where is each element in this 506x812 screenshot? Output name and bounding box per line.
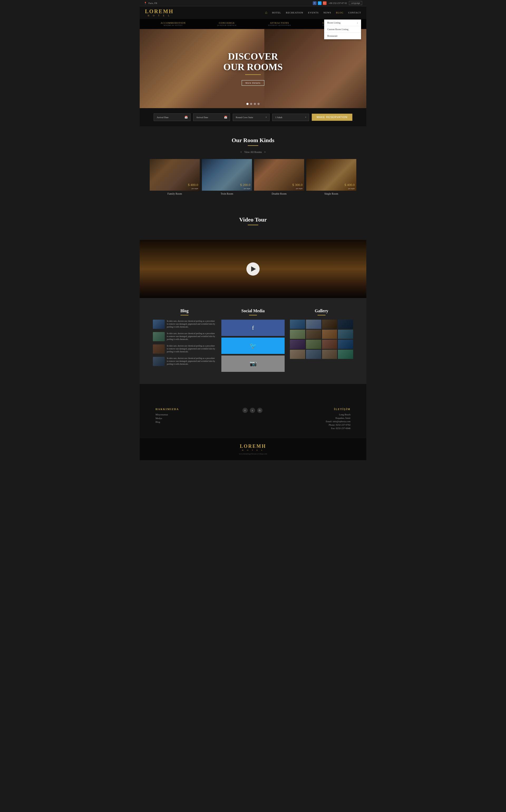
gallery-item-4[interactable] xyxy=(338,320,353,329)
footer-contact-title: İLETİŞİM xyxy=(326,408,350,411)
footer-about: HAKKIMIZDA Misyonumuz Medya Blog xyxy=(156,408,179,424)
rooms-grid: $ 400.0 per night Family Room $ 200.0 pe… xyxy=(145,159,361,195)
gallery-item-7[interactable] xyxy=(322,329,337,339)
footer-center: f t G xyxy=(242,408,262,416)
gallery-item-8[interactable] xyxy=(338,329,353,339)
subnav-accommodation[interactable]: ACCOMMODOTION ROOMS & SUITES xyxy=(161,22,186,26)
footer-logo-name: LOREMH xyxy=(145,444,361,449)
blog-item-2[interactable]: In skin care, doctors use chemical peeli… xyxy=(153,332,216,341)
guests-select[interactable]: 1 Adult ▾ xyxy=(272,114,309,121)
footer-contact-line-1: Long Beach xyxy=(326,413,350,416)
nav-home-icon[interactable]: ⌂ xyxy=(265,11,267,15)
nav-contact[interactable]: CONTACT xyxy=(348,11,361,14)
rooms-section: Our Room Kinds ‹ View All Rooms › $ 400.… xyxy=(140,126,366,206)
gallery-item-1[interactable] xyxy=(290,320,305,329)
footer-googleplus-icon[interactable]: G xyxy=(257,408,262,413)
gallery-item-13[interactable] xyxy=(290,350,305,359)
view-all-rooms-nav: ‹ View All Rooms › xyxy=(145,150,361,154)
gallery-item-10[interactable] xyxy=(306,340,321,349)
top-bar-right: f t G+ +90 232-237-07 02 Language xyxy=(313,1,362,5)
footer-twitter-icon[interactable]: t xyxy=(250,408,255,413)
gallery-item-9[interactable] xyxy=(290,340,305,349)
departure-date-input[interactable]: Arrival Date 📅 xyxy=(193,114,230,121)
dropdown-room-listing[interactable]: Room Listing › xyxy=(324,19,361,26)
rooms-next-button[interactable]: › xyxy=(264,150,265,154)
hero-dot-3[interactable] xyxy=(254,103,256,105)
googleplus-top-icon[interactable]: G+ xyxy=(323,1,327,5)
hero-dot-1[interactable] xyxy=(246,103,249,105)
video-play-button[interactable] xyxy=(246,263,260,276)
gallery-item-5[interactable] xyxy=(290,329,305,339)
room-card-twin[interactable]: $ 200.0 per night Twin Room xyxy=(202,159,252,195)
blog-thumb-1 xyxy=(153,320,165,329)
dropdown-restaurant[interactable]: Restaurant xyxy=(324,33,361,39)
room-type-select[interactable]: Round Cove Suite ▾ xyxy=(233,114,270,121)
arrival-date-input[interactable]: Arrival Date 📅 xyxy=(154,114,190,121)
gallery-underline xyxy=(318,315,326,315)
instagram-social-button[interactable]: 📷 xyxy=(222,356,284,372)
blog-item-3[interactable]: In skin care, doctors use chemical peeli… xyxy=(153,345,216,354)
dropdown-menu: Room Listing › Custom Room Listing Resta… xyxy=(324,19,361,39)
nav-events[interactable]: EVENTS xyxy=(308,11,319,14)
blog-text-1: In skin care, doctors use chemical peeli… xyxy=(167,320,216,329)
gallery-item-6[interactable] xyxy=(306,329,321,339)
room-name-single: Single Room xyxy=(306,192,356,195)
blog-item-1[interactable]: In skin care, doctors use chemical peeli… xyxy=(153,320,216,329)
reservation-bar: Arrival Date 📅 Arrival Date 📅 Round Cove… xyxy=(140,108,366,126)
room-card-family[interactable]: $ 400.0 per night Family Room xyxy=(150,159,200,195)
subnav-attractions[interactable]: ATTRACTIONS TOURIST ACTIVITIES xyxy=(268,22,291,26)
hero-dot-2[interactable] xyxy=(250,103,252,105)
room-card-double[interactable]: $ 300.0 per night Double Room xyxy=(254,159,304,195)
hero-content: DISCOVER OUR ROOMS More Details xyxy=(224,52,283,86)
rooms-prev-button[interactable]: ‹ xyxy=(241,150,242,154)
location-pin-icon: 📍 xyxy=(144,2,147,4)
content-section: Blog In skin care, doctors use chemical … xyxy=(140,298,366,384)
rooms-underline xyxy=(248,145,258,146)
hero-more-details-button[interactable]: More Details xyxy=(242,80,265,86)
gallery-item-16[interactable] xyxy=(338,350,353,359)
footer-about-link-3[interactable]: Blog xyxy=(156,421,179,423)
logo[interactable]: LOREMH H O T E L xyxy=(145,8,174,17)
footer-bottom: LOREMH H O T E L www.themefage/firstanco… xyxy=(140,438,366,460)
twitter-top-icon[interactable]: t xyxy=(318,1,322,5)
blog-item-4[interactable]: In skin care, doctors use chemical peeli… xyxy=(153,357,216,366)
footer-about-link-1[interactable]: Misyonumuz xyxy=(156,413,179,416)
facebook-top-icon[interactable]: f xyxy=(313,1,317,5)
subnav-concierge[interactable]: CONCIERGE 24-HOUR SERVICE xyxy=(217,22,237,26)
facebook-social-button[interactable]: f xyxy=(222,320,284,336)
footer-about-link-2[interactable]: Medya xyxy=(156,417,179,420)
blog-thumb-4 xyxy=(153,357,165,366)
nav-recreation[interactable]: RECREATION xyxy=(286,11,303,14)
video-underline xyxy=(248,225,258,225)
gallery-item-15[interactable] xyxy=(322,350,337,359)
room-price-twin: $ 200.0 per night xyxy=(240,183,250,190)
room-image-family: $ 400.0 per night xyxy=(150,159,200,191)
footer-contact-line-5: Fax: 0232-237-6946 xyxy=(326,427,350,430)
make-reservation-button[interactable]: Make Reservation xyxy=(312,114,352,121)
footer-facebook-icon[interactable]: f xyxy=(242,408,248,413)
blog-text-2: In skin care, doctors use chemical peeli… xyxy=(167,332,216,341)
room-card-single[interactable]: $ 400.0 per night Single Room xyxy=(306,159,356,195)
nav-news[interactable]: NEWS xyxy=(323,11,331,14)
instagram-large-icon: 📷 xyxy=(250,360,257,367)
hero-dot-4[interactable] xyxy=(257,103,260,105)
gallery-item-12[interactable] xyxy=(338,340,353,349)
twitter-large-icon: 🐦 xyxy=(250,342,257,349)
gallery-item-3[interactable] xyxy=(322,320,337,329)
language-button[interactable]: Language xyxy=(349,1,362,5)
footer-copyright: www.themefage/firstancorvillage.com xyxy=(145,453,361,455)
gallery-item-11[interactable] xyxy=(322,340,337,349)
gallery-item-14[interactable] xyxy=(306,350,321,359)
dropdown-custom-room[interactable]: Custom Room Listing xyxy=(324,26,361,33)
room-price-double: $ 300.0 per night xyxy=(292,183,303,190)
hero-section: DISCOVER OUR ROOMS More Details xyxy=(140,29,366,108)
video-section-title: Video Tour xyxy=(145,216,361,223)
view-all-rooms-link[interactable]: View All Rooms xyxy=(244,151,262,153)
main-nav: LOREMH H O T E L ⌂ HOTEL RECREATION EVEN… xyxy=(140,6,366,19)
gallery-item-2[interactable] xyxy=(306,320,321,329)
twitter-social-button[interactable]: 🐦 xyxy=(222,338,284,354)
nav-blog[interactable]: BLOG xyxy=(336,11,344,14)
footer-logo[interactable]: LOREMH H O T E L xyxy=(145,444,361,451)
nav-hotel[interactable]: HOTEL xyxy=(272,11,281,14)
room-price-single: $ 400.0 per night xyxy=(344,183,355,190)
